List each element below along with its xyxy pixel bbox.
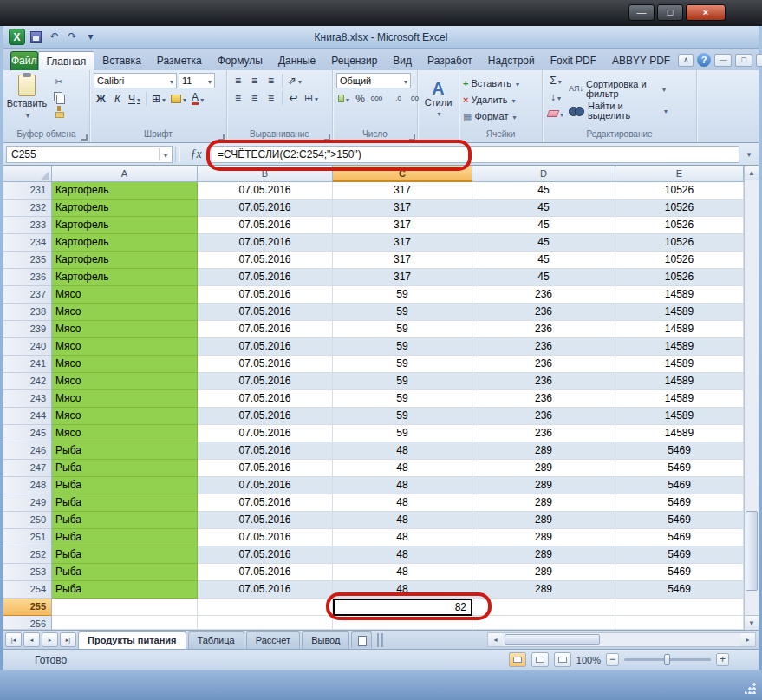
workbook-close-button[interactable]: × bbox=[756, 54, 762, 67]
cell-B241[interactable]: 07.05.2016 bbox=[198, 356, 333, 373]
column-header-E[interactable]: E bbox=[615, 166, 744, 182]
font-color-button[interactable]: А bbox=[190, 91, 205, 106]
insert-cells-button[interactable]: +Вставить bbox=[463, 76, 538, 90]
cell-D256[interactable] bbox=[472, 616, 615, 630]
cell-D251[interactable]: 289 bbox=[472, 529, 615, 546]
cell-B245[interactable]: 07.05.2016 bbox=[198, 425, 333, 442]
row-header-250[interactable]: 250 bbox=[3, 512, 52, 529]
cell-E238[interactable]: 14589 bbox=[615, 304, 744, 321]
scroll-up-icon[interactable]: ▲ bbox=[745, 166, 759, 180]
accounting-format-button[interactable] bbox=[336, 91, 351, 106]
cell-D247[interactable]: 289 bbox=[472, 460, 615, 477]
cell-E251[interactable]: 5469 bbox=[615, 529, 744, 546]
cell-D237[interactable]: 236 bbox=[472, 286, 615, 304]
cell-A246[interactable]: Рыба bbox=[52, 442, 198, 460]
cell-E242[interactable]: 14589 bbox=[615, 373, 744, 390]
window-maximize-button[interactable]: □ bbox=[657, 4, 683, 21]
percent-style-button[interactable]: % bbox=[353, 91, 368, 106]
scroll-down-icon[interactable]: ▼ bbox=[745, 615, 759, 630]
cell-E248[interactable]: 5469 bbox=[615, 477, 744, 494]
alignment-dialog-launcher-icon[interactable] bbox=[324, 134, 330, 141]
cell-C254[interactable]: 48 bbox=[333, 581, 472, 599]
row-header-253[interactable]: 253 bbox=[3, 564, 52, 581]
row-header-245[interactable]: 245 bbox=[3, 425, 52, 442]
comma-style-button[interactable]: 000 bbox=[369, 91, 384, 106]
format-cells-button[interactable]: ▦Формат bbox=[463, 109, 538, 123]
resize-grip[interactable] bbox=[745, 683, 756, 694]
number-format-combo[interactable]: Общий bbox=[336, 73, 411, 88]
next-sheet-button[interactable]: ▸ bbox=[42, 632, 58, 647]
cell-D246[interactable]: 289 bbox=[472, 442, 615, 460]
page-layout-view-button[interactable] bbox=[531, 652, 549, 667]
cell-E240[interactable]: 14589 bbox=[615, 338, 744, 356]
column-header-C[interactable]: C bbox=[333, 166, 472, 182]
column-header-A[interactable]: A bbox=[52, 166, 198, 182]
align-center-button[interactable]: ≡ bbox=[247, 90, 262, 105]
cell-E232[interactable]: 10526 bbox=[615, 200, 744, 217]
cell-A256[interactable] bbox=[52, 616, 198, 630]
cell-B232[interactable]: 07.05.2016 bbox=[198, 200, 333, 217]
cell-C236[interactable]: 317 bbox=[333, 269, 472, 286]
cell-E239[interactable]: 14589 bbox=[615, 321, 744, 338]
row-header-255[interactable]: 255 bbox=[3, 599, 52, 616]
select-all-corner[interactable] bbox=[3, 166, 52, 182]
cell-C249[interactable]: 48 bbox=[333, 494, 472, 512]
cell-A231[interactable]: Картофель bbox=[52, 182, 198, 200]
cell-C233[interactable]: 317 bbox=[333, 217, 472, 234]
cell-D232[interactable]: 45 bbox=[472, 200, 615, 217]
row-header-233[interactable]: 233 bbox=[3, 217, 52, 234]
cell-A248[interactable]: Рыба bbox=[52, 477, 198, 494]
ribbon-tab-7[interactable]: Разработ bbox=[420, 51, 480, 70]
format-painter-button[interactable] bbox=[50, 105, 68, 118]
cell-C247[interactable]: 48 bbox=[333, 460, 472, 477]
scroll-left-icon[interactable]: ◂ bbox=[488, 633, 503, 646]
scroll-right-icon[interactable]: ▸ bbox=[740, 633, 755, 646]
italic-button[interactable]: К bbox=[110, 91, 125, 106]
row-header-251[interactable]: 251 bbox=[3, 529, 52, 546]
cell-D254[interactable]: 289 bbox=[472, 581, 615, 599]
window-close-button[interactable]: × bbox=[686, 4, 726, 21]
cell-B244[interactable]: 07.05.2016 bbox=[198, 408, 333, 425]
ribbon-tab-0[interactable]: Главная bbox=[38, 51, 95, 70]
row-header-252[interactable]: 252 bbox=[3, 546, 52, 564]
cell-A243[interactable]: Мясо bbox=[52, 390, 198, 408]
cell-B255[interactable] bbox=[198, 599, 333, 616]
prev-sheet-button[interactable]: ◂ bbox=[23, 632, 40, 647]
cell-C242[interactable]: 59 bbox=[333, 373, 472, 390]
first-sheet-button[interactable]: |◂ bbox=[5, 632, 22, 647]
row-header-237[interactable]: 237 bbox=[3, 286, 52, 304]
tab-area-splitter[interactable] bbox=[377, 633, 383, 647]
cell-E250[interactable]: 5469 bbox=[615, 512, 744, 529]
cell-E235[interactable]: 10526 bbox=[615, 252, 744, 269]
cell-A236[interactable]: Картофель bbox=[52, 269, 198, 286]
merge-center-button[interactable]: ⊞ bbox=[303, 90, 320, 105]
row-header-256[interactable]: 256 bbox=[3, 616, 52, 630]
cell-D235[interactable]: 45 bbox=[472, 252, 615, 269]
cell-C240[interactable]: 59 bbox=[333, 338, 472, 356]
font-size-combo[interactable]: 11 bbox=[179, 73, 215, 88]
row-header-241[interactable]: 241 bbox=[3, 356, 52, 373]
cell-E249[interactable]: 5469 bbox=[615, 494, 744, 512]
cell-B233[interactable]: 07.05.2016 bbox=[198, 217, 333, 234]
cell-B243[interactable]: 07.05.2016 bbox=[198, 390, 333, 408]
zoom-level-label[interactable]: 100% bbox=[576, 655, 601, 665]
cell-D242[interactable]: 236 bbox=[472, 373, 615, 390]
row-header-243[interactable]: 243 bbox=[3, 390, 52, 408]
cell-D253[interactable]: 289 bbox=[472, 564, 615, 581]
cell-A234[interactable]: Картофель bbox=[52, 234, 198, 252]
cell-E237[interactable]: 14589 bbox=[615, 286, 744, 304]
cell-D244[interactable]: 236 bbox=[472, 408, 615, 425]
cell-D239[interactable]: 236 bbox=[472, 321, 615, 338]
cell-A255[interactable] bbox=[52, 599, 198, 616]
cell-A238[interactable]: Мясо bbox=[52, 304, 198, 321]
cell-C237[interactable]: 59 bbox=[333, 286, 472, 304]
name-box-splitter[interactable] bbox=[175, 147, 180, 162]
cell-D241[interactable]: 236 bbox=[472, 356, 615, 373]
zoom-slider[interactable] bbox=[624, 658, 711, 661]
align-middle-button[interactable]: ≡ bbox=[247, 73, 262, 88]
cell-B252[interactable]: 07.05.2016 bbox=[198, 546, 333, 564]
sheet-tab-1[interactable]: Таблица bbox=[188, 631, 244, 649]
ribbon-tab-2[interactable]: Разметка bbox=[149, 51, 210, 70]
row-header-232[interactable]: 232 bbox=[3, 200, 52, 217]
cell-E234[interactable]: 10526 bbox=[615, 234, 744, 252]
